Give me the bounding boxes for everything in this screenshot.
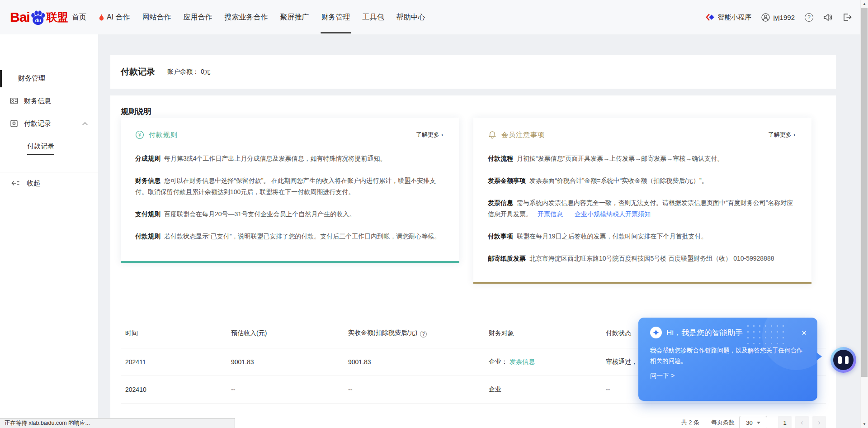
- pagination: 共 2 条 每页条数 30 1 ‹ ›: [681, 416, 826, 428]
- miniapp-icon: [705, 13, 714, 22]
- payment-rules-header: ¥ 付款规则 了解更多›: [121, 118, 459, 139]
- rule-item: 发票金额事项发票票面“价税合计”金额=系统中“实收金额（扣除税费后/元）”。: [488, 175, 795, 186]
- user-account[interactable]: jyj1992: [761, 13, 795, 22]
- nav-item-toolkit[interactable]: 工具包: [363, 0, 384, 34]
- total-count: 共 2 条: [681, 418, 699, 427]
- svg-text:¥: ¥: [138, 133, 141, 138]
- nav-item-home[interactable]: 首页: [72, 0, 86, 34]
- finance-info-icon: [10, 97, 18, 105]
- rule-item: 付款流程月初按“发票信息”页面开具发票→上传发票→邮寄发票→审核→确认支付。: [488, 153, 795, 164]
- logo-text-union: 联盟: [47, 12, 68, 23]
- rule-item: 财务信息您可以在财务信息中选择“保留付款”。 在此期间您产生的收入将在账户内进行…: [135, 175, 443, 198]
- sidebar: 财务管理 财务信息 付款记录 付款记录: [0, 34, 98, 428]
- logout-icon[interactable]: [843, 13, 852, 21]
- cell-received: 9001.83: [344, 348, 484, 376]
- sidebar-section-title: 财务管理: [18, 74, 45, 83]
- nav-item-finance[interactable]: 财务管理: [321, 0, 350, 34]
- scrollbar[interactable]: ▲ ▼: [860, 0, 868, 428]
- svg-text:du: du: [35, 18, 41, 23]
- assistant-robot-button[interactable]: [830, 347, 856, 373]
- baidu-union-console: Bai du 联盟 首页 AI 合作 网站合作 应用合作 搜索业务合作: [0, 0, 868, 428]
- rules-section: 规则说明 ¥ 付款规则 了解更多› 分成规则每月第3或4个工作日产出上月分成信息…: [110, 95, 836, 302]
- page-number-button[interactable]: 1: [778, 416, 792, 428]
- chevron-right-icon: ›: [441, 132, 443, 138]
- close-icon[interactable]: ×: [802, 328, 807, 337]
- nav-item-website[interactable]: 网站合作: [142, 0, 171, 34]
- cell-time: 202410: [121, 376, 226, 403]
- small-taxpayer-guide-link[interactable]: 企业小规模纳税人开票须知: [575, 210, 651, 218]
- miniapp-entry[interactable]: 智能小程序: [705, 13, 751, 22]
- popup-tail: [816, 352, 822, 361]
- invoice-info-row-link[interactable]: 发票信息: [509, 358, 535, 365]
- baidu-paw-icon: du: [30, 9, 46, 26]
- robot-avatar: [833, 350, 854, 370]
- help-circle-icon[interactable]: ?: [420, 331, 427, 338]
- cell-estimated: --: [226, 376, 344, 403]
- col-finance-object: 财务对象: [484, 319, 601, 348]
- cell-finance-object: 企业： 发票信息: [484, 348, 601, 376]
- chevron-right-icon: ›: [793, 132, 795, 138]
- member-notes-learn-more[interactable]: 了解更多›: [768, 131, 795, 139]
- assistant-body: 我会帮助您诊断合作链路问题，以及解答您关于任何合作相关的问题。: [638, 338, 817, 366]
- robot-eye: [838, 356, 842, 364]
- next-page-button[interactable]: ›: [812, 416, 826, 428]
- invoice-info-link[interactable]: 开票信息: [538, 210, 563, 218]
- sidebar-item-payment-records[interactable]: 付款记录: [10, 118, 88, 129]
- account-balance: 账户余额： 0元: [167, 68, 211, 76]
- nav-item-screen-promo[interactable]: 聚屏推广: [280, 0, 309, 34]
- scrollbar-down-icon[interactable]: ▼: [861, 422, 868, 426]
- cell-time: 202411: [121, 348, 226, 376]
- cell-estimated: 9001.83: [226, 348, 344, 376]
- cell-received: --: [344, 376, 484, 403]
- sidebar-item-finance-info[interactable]: 财务信息: [10, 95, 88, 107]
- sidebar-divider: [0, 172, 98, 172]
- logo-text-bai: Bai: [10, 10, 30, 24]
- volume-icon[interactable]: [823, 13, 833, 22]
- per-page-select[interactable]: 30: [739, 416, 767, 428]
- user-icon: [761, 13, 770, 22]
- payment-rules-learn-more[interactable]: 了解更多›: [416, 131, 443, 139]
- member-notes-body: 付款流程月初按“发票信息”页面开具发票→上传发票→邮寄发票→审核→确认支付。 发…: [473, 153, 811, 264]
- rule-item: 支付规则百度联盟会在每月20号—31号支付企业会员上个自然月产生的收入。: [135, 209, 443, 220]
- rule-item: 发票信息需与系统内发票信息内容完全一致，否则无法支付。请根据发票信息页面中“百度…: [488, 197, 795, 220]
- bell-icon: [488, 130, 497, 139]
- scrollbar-thumb[interactable]: [861, 8, 868, 377]
- flame-icon: [99, 14, 104, 21]
- rule-item: 分成规则每月第3或4个工作日产出上月分成信息及发票信息，如有特殊情况将提前通知。: [135, 153, 443, 164]
- col-time: 时间: [121, 319, 226, 348]
- nav-item-help-center[interactable]: 帮助中心: [396, 0, 425, 34]
- payment-record-icon: [10, 119, 18, 128]
- page-title: 付款记录: [121, 66, 155, 78]
- col-received-amount: 实收金额(扣除税费后/元)?: [344, 319, 484, 348]
- payment-rules-panel: ¥ 付款规则 了解更多› 分成规则每月第3或4个工作日产出上月分成信息及发票信息…: [121, 118, 459, 263]
- payment-rules-body: 分成规则每月第3或4个工作日产出上月分成信息及发票信息，如有特殊情况将提前通知。…: [121, 153, 459, 242]
- assistant-title: Hi，我是您的智能助手: [666, 328, 743, 338]
- browser-status-bar: 正在等待 xlab.baidu.com 的响应...: [0, 418, 235, 428]
- col-estimated-income: 预估收入(元): [226, 319, 344, 348]
- prev-page-button[interactable]: ‹: [795, 416, 809, 428]
- member-notes-panel: 会员注意事项 了解更多› 付款流程月初按“发票信息”页面开具发票→上传发票→邮寄…: [473, 118, 811, 284]
- chevron-up-icon: [82, 122, 88, 126]
- main-nav: 首页 AI 合作 网站合作 应用合作 搜索业务合作 聚屏推广 财务管理 工具包 …: [72, 0, 425, 34]
- payment-rules-title: 付款规则: [149, 131, 178, 139]
- nav-item-search-business[interactable]: 搜索业务合作: [225, 0, 268, 34]
- sidebar-active-indicator: [0, 70, 2, 87]
- per-page-label: 每页条数: [711, 418, 735, 427]
- top-nav: Bai du 联盟 首页 AI 合作 网站合作 应用合作 搜索业务合作: [0, 0, 868, 34]
- nav-item-ai[interactable]: AI 合作: [99, 0, 130, 34]
- cell-finance-object: 企业: [484, 376, 601, 403]
- chevron-down-icon: [757, 422, 760, 424]
- nav-item-app[interactable]: 应用合作: [184, 0, 212, 34]
- rule-item: 邮寄纸质发票北京市海淀区西北旺东路10号院百度科技园5号楼 百度联盟财务组（收）…: [488, 253, 795, 264]
- member-notes-header: 会员注意事项 了解更多›: [473, 118, 811, 139]
- rule-item: 付款规则若付款状态显示“已支付”，说明联盟已安排了您的付款。支付后三个工作日内到…: [135, 231, 443, 242]
- assistant-popup: Hi，我是您的智能助手 × 我会帮助您诊断合作链路问题，以及解答您关于任何合作相…: [638, 318, 817, 401]
- baidu-union-logo[interactable]: Bai du 联盟: [10, 9, 68, 26]
- help-icon[interactable]: ?: [805, 13, 813, 22]
- assistant-ask-link[interactable]: 问一下 >: [638, 366, 817, 380]
- sidebar-subitem-payment-records[interactable]: 付款记录: [27, 142, 54, 155]
- scrollbar-up-icon[interactable]: ▲: [861, 2, 868, 6]
- sidebar-collapse-button[interactable]: 收起: [11, 178, 40, 189]
- username: jyj1992: [773, 14, 795, 21]
- rules-section-title: 规则说明: [121, 106, 151, 117]
